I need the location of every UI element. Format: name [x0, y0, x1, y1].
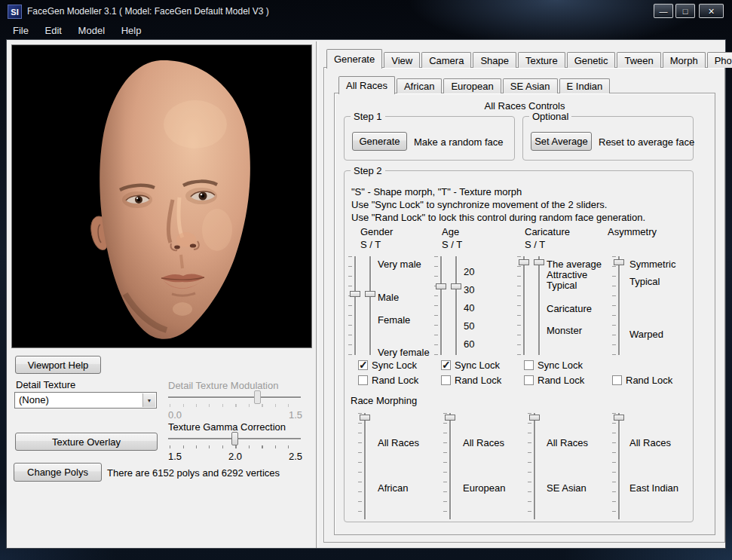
tab-genetic[interactable]: Genetic	[567, 52, 616, 68]
slider-label: 40	[464, 302, 474, 314]
age-s-handle[interactable]	[436, 283, 446, 289]
slider-label: Female	[378, 314, 410, 326]
gamma-slider-handle[interactable]	[231, 432, 238, 445]
race-tab-e-indian[interactable]: E Indian	[559, 78, 611, 93]
tab-texture[interactable]: Texture	[518, 52, 565, 68]
menu-model[interactable]: Model	[72, 23, 112, 38]
optional-groupbox: Optional Set Average Reset to average fa…	[522, 116, 694, 161]
race-morphing-title: Race Morphing	[351, 395, 417, 406]
race-slider-european-handle[interactable]	[445, 415, 455, 421]
race-slider-se-asian[interactable]	[534, 413, 536, 519]
slider-label: All Races	[547, 437, 588, 448]
set-average-button[interactable]: Set Average	[531, 132, 592, 151]
panel-splitter[interactable]	[316, 41, 318, 548]
caricature-rand-checkbox[interactable]	[524, 375, 534, 385]
slider-label: Very male	[378, 259, 421, 270]
caricature-t-handle[interactable]	[534, 259, 544, 265]
age-sync-checkbox[interactable]	[441, 360, 451, 370]
caricature-t-slider[interactable]	[538, 256, 541, 355]
menu-help[interactable]: Help	[115, 23, 149, 38]
gender-s-handle[interactable]	[350, 291, 360, 297]
caricature-sync-checkbox[interactable]	[524, 360, 534, 370]
race-slider-east-indian[interactable]	[618, 413, 620, 519]
gender-t-handle[interactable]	[365, 291, 375, 297]
polys-info-text: There are 6152 polys and 6292 vertices	[107, 467, 280, 479]
slider-label: 50	[464, 320, 474, 332]
change-polys-button[interactable]: Change Polys	[14, 463, 102, 482]
tab-morph[interactable]: Morph	[663, 52, 706, 68]
caricature-s-slider[interactable]	[523, 256, 525, 355]
race-tab-bar: All Races African European SE Asian E In…	[338, 75, 611, 93]
slider-ticks	[358, 413, 362, 519]
race-slider-east-indian-handle[interactable]	[614, 415, 624, 421]
instruction-line: Use "Rand Lock" to lock this control dur…	[351, 212, 645, 223]
age-rand-checkbox[interactable]	[441, 375, 451, 385]
tab-camera[interactable]: Camera	[421, 52, 471, 68]
dropdown-arrow-icon[interactable]	[142, 393, 155, 407]
gender-axis-label: S / T	[360, 239, 381, 250]
modulation-slider-track[interactable]	[168, 396, 301, 399]
slider-ticks	[434, 256, 438, 355]
slider-ticks	[528, 413, 531, 519]
slider-label: All Races	[378, 437, 419, 448]
gamma-label: Texture Gamma Correction	[168, 421, 286, 433]
race-slider-african-handle[interactable]	[360, 415, 370, 421]
slider-label: Warped	[629, 329, 663, 340]
tab-view[interactable]: View	[384, 52, 420, 68]
caricature-s-handle[interactable]	[519, 259, 529, 265]
age-s-slider[interactable]	[440, 256, 443, 355]
texture-overlay-button[interactable]: Texture Overlay	[15, 433, 158, 451]
instruction-line: Use "Sync Lock" to synchronize movement …	[351, 199, 607, 210]
menu-file[interactable]: File	[6, 23, 35, 38]
asymmetry-slider[interactable]	[618, 256, 620, 355]
race-slider-african[interactable]	[364, 413, 366, 519]
asymmetry-rand-checkbox[interactable]	[612, 375, 622, 385]
race-tab-se-asian[interactable]: SE Asian	[503, 78, 558, 93]
tab-photofit[interactable]: PhotoFit	[707, 52, 732, 68]
slider-label: African	[378, 482, 408, 494]
menu-edit[interactable]: Edit	[38, 23, 69, 38]
modulation-slider-ticks	[170, 404, 300, 407]
asymmetry-handle[interactable]	[614, 259, 624, 265]
gamma-slider-track[interactable]	[168, 438, 301, 440]
slider-label: 30	[464, 284, 474, 295]
modulation-label: Detail Texture Modulation	[168, 380, 278, 391]
caricature-title: Caricature	[525, 226, 570, 237]
race-slider-se-asian-handle[interactable]	[529, 415, 540, 421]
modulation-slider-handle[interactable]	[254, 390, 261, 404]
window-title: FaceGen Modeller 3.1 ( Model: FaceGen De…	[27, 6, 269, 17]
close-button[interactable]: ×	[699, 4, 724, 18]
gender-rand-checkbox[interactable]	[358, 375, 368, 385]
tab-tween[interactable]: Tween	[617, 52, 660, 68]
gender-sync-checkbox[interactable]	[358, 360, 368, 370]
rand-lock-label: Rand Lock	[538, 375, 584, 386]
race-tab-african[interactable]: African	[397, 78, 442, 93]
race-tab-european[interactable]: European	[443, 78, 501, 93]
tab-shape[interactable]: Shape	[473, 52, 516, 68]
slider-label: European	[463, 482, 505, 494]
minimize-button[interactable]: —	[654, 4, 673, 18]
detail-texture-dropdown[interactable]: (None)	[14, 392, 157, 409]
slider-label: Symmetric	[629, 259, 675, 270]
3d-viewport[interactable]	[11, 44, 312, 348]
race-slider-european[interactable]	[449, 413, 452, 519]
rand-lock-label: Rand Lock	[455, 375, 501, 386]
age-t-slider[interactable]	[455, 256, 458, 355]
age-title: Age	[442, 226, 459, 237]
slider-label: East Indian	[629, 482, 678, 494]
gender-s-slider[interactable]	[354, 256, 357, 355]
slider-label: The average	[547, 259, 602, 270]
age-t-handle[interactable]	[451, 283, 461, 289]
sync-lock-label: Sync Lock	[538, 360, 583, 371]
tab-generate[interactable]: Generate	[326, 49, 382, 69]
gender-t-slider[interactable]	[369, 256, 372, 355]
age-axis-label: S / T	[442, 239, 462, 250]
race-tab-all-races[interactable]: All Races	[338, 76, 395, 94]
slider-ticks	[517, 256, 521, 355]
title-bar[interactable]: SI FaceGen Modeller 3.1 ( Model: FaceGen…	[0, 0, 732, 23]
viewport-help-button[interactable]: Viewport Help	[15, 356, 101, 374]
generate-button[interactable]: Generate	[352, 132, 407, 151]
slider-label: Typical	[547, 280, 577, 291]
gamma-max-label: 2.5	[289, 451, 302, 462]
maximize-button[interactable]: □	[675, 4, 695, 18]
